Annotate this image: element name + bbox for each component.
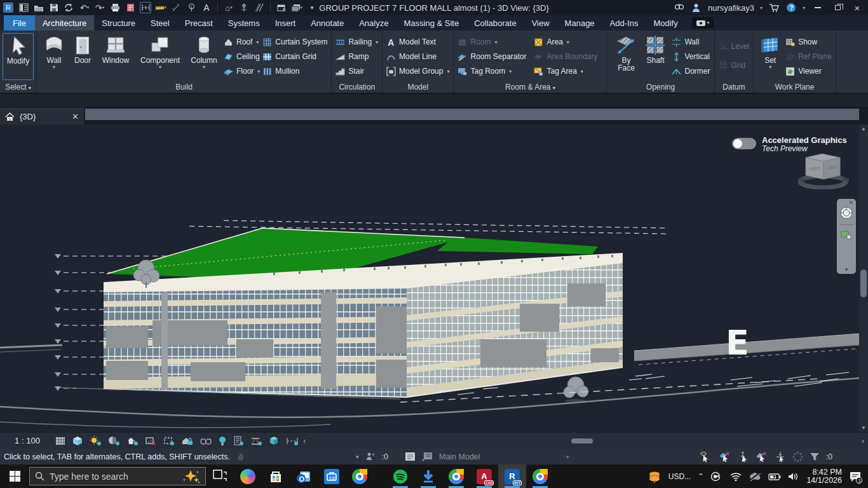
curtain-system-button[interactable]: Curtain System bbox=[262, 35, 327, 49]
open-icon[interactable] bbox=[33, 2, 44, 13]
modify-button[interactable]: Modify bbox=[3, 33, 34, 80]
accelerated-graphics-toggle[interactable] bbox=[732, 138, 756, 149]
navigation-bar[interactable]: ✕ ▾ bbox=[837, 199, 856, 274]
tag-room-button[interactable]: Tag Room▾ bbox=[458, 64, 531, 78]
select-links-icon[interactable] bbox=[700, 451, 712, 462]
column-button[interactable]: Column▾ bbox=[187, 33, 221, 80]
sync-icon[interactable] bbox=[64, 2, 75, 13]
locked-view-icon[interactable] bbox=[181, 435, 194, 447]
close-inactive-windows-icon[interactable] bbox=[276, 2, 287, 13]
tab-massing-site[interactable]: Massing & Site bbox=[396, 15, 466, 30]
clock[interactable]: 8:42 PM 14/1/2026 bbox=[806, 468, 842, 485]
horizontal-scrollbar-thumb[interactable] bbox=[571, 438, 593, 444]
reveal-constraints-icon[interactable] bbox=[285, 435, 299, 447]
door-button[interactable]: Door bbox=[70, 33, 95, 80]
visual-style-icon[interactable] bbox=[72, 435, 83, 447]
level-button[interactable]: 1Level bbox=[719, 39, 750, 53]
background-processes-icon[interactable] bbox=[792, 451, 803, 462]
dormer-button[interactable]: Dormer bbox=[672, 64, 710, 78]
minimize-button[interactable] bbox=[811, 2, 825, 13]
temporary-hide-isolate-icon[interactable] bbox=[200, 435, 212, 447]
tab-modify[interactable]: Modify bbox=[646, 15, 685, 30]
taskbar-search[interactable]: Type here to search bbox=[29, 467, 206, 485]
tab-steel[interactable]: Steel bbox=[143, 15, 177, 30]
viewcube[interactable]: LEFT LEFT bbox=[787, 146, 857, 189]
undo-icon[interactable]: ↶▾ bbox=[79, 2, 90, 13]
view-tab-3d[interactable]: {3D} ✕ bbox=[0, 108, 84, 125]
zoom-tool-icon[interactable] bbox=[840, 229, 853, 241]
worksets-icon[interactable] bbox=[365, 452, 376, 461]
tag-icon[interactable]: 1 bbox=[186, 2, 197, 13]
thin-lines-icon[interactable] bbox=[254, 2, 265, 13]
volume-icon[interactable] bbox=[788, 472, 799, 481]
mullion-button[interactable]: Mullion bbox=[262, 64, 327, 78]
active-model-label[interactable]: Main Model bbox=[439, 452, 560, 461]
properties-icon[interactable] bbox=[18, 2, 29, 13]
reveal-hidden-icon[interactable] bbox=[218, 435, 227, 447]
panel-label-select[interactable]: Select ▾ bbox=[0, 83, 36, 92]
tab-precast[interactable]: Precast bbox=[177, 15, 220, 30]
navbar-more-icon[interactable]: ▾ bbox=[845, 266, 848, 273]
tab-insert[interactable]: Insert bbox=[268, 15, 304, 30]
scroll-down-icon[interactable]: ▼ bbox=[859, 425, 868, 431]
panel-label-room-area[interactable]: Room & Area ▾ bbox=[454, 83, 606, 92]
close-button[interactable]: × bbox=[850, 2, 864, 13]
scrollbar-right-icon[interactable]: › bbox=[862, 436, 864, 445]
tab-structure[interactable]: Structure bbox=[94, 15, 143, 30]
tab-collaborate[interactable]: Collaborate bbox=[466, 15, 524, 30]
select-underlay-icon[interactable] bbox=[719, 451, 731, 462]
horizontal-scrollbar[interactable] bbox=[309, 437, 853, 445]
scrollbar-left-icon[interactable]: ‹ bbox=[303, 436, 306, 445]
select-by-face-icon[interactable] bbox=[756, 451, 768, 462]
detail-level-icon[interactable] bbox=[55, 435, 66, 447]
grid-button[interactable]: Grid bbox=[719, 58, 750, 72]
switch-windows-icon[interactable]: ▾ bbox=[291, 2, 302, 13]
print-icon[interactable] bbox=[109, 2, 121, 13]
curtain-grid-button[interactable]: Curtain Grid bbox=[262, 50, 327, 64]
sun-path-icon[interactable] bbox=[89, 435, 102, 447]
save-icon[interactable] bbox=[48, 2, 60, 13]
downloads-button[interactable] bbox=[414, 464, 442, 488]
tab-systems[interactable]: Systems bbox=[220, 15, 268, 30]
model-dropdown-chevron-icon[interactable]: ▾ bbox=[566, 454, 569, 460]
room-separator-button[interactable]: Room Separator bbox=[458, 50, 531, 64]
vertical-scrollbar[interactable]: ▲ ▼ bbox=[859, 125, 868, 432]
currency-widget-icon[interactable] bbox=[648, 470, 661, 484]
autocad-button[interactable]: ACAD bbox=[470, 464, 498, 488]
user-avatar-icon[interactable] bbox=[691, 2, 702, 13]
wifi-icon[interactable] bbox=[730, 472, 742, 481]
tab-add-ins[interactable]: Add-Ins bbox=[602, 15, 646, 30]
meet-now-icon[interactable] bbox=[710, 471, 723, 482]
help-menu-chevron-icon[interactable]: ▾ bbox=[803, 5, 805, 11]
help-icon[interactable]: ? bbox=[785, 2, 797, 13]
outlook-button[interactable]: O bbox=[290, 464, 318, 488]
measure-icon[interactable]: ▾ bbox=[155, 2, 166, 13]
tab-architecture[interactable]: Architecture bbox=[35, 15, 94, 30]
opening-by-face-button[interactable]: By Face bbox=[613, 33, 639, 80]
restore-button[interactable] bbox=[831, 2, 844, 13]
area-boundary-button[interactable]: Area Boundary bbox=[534, 50, 602, 64]
chrome-window-button[interactable] bbox=[442, 464, 470, 488]
currency-label[interactable]: USD... bbox=[668, 472, 691, 481]
hidden-icons-chevron[interactable]: ⌃ bbox=[698, 472, 703, 480]
editing-requests-icon[interactable] bbox=[405, 452, 416, 461]
scale-button[interactable]: 1 : 100 bbox=[9, 436, 46, 445]
model-group-button[interactable]: Model Group▾ bbox=[386, 64, 449, 78]
workplace-app-button[interactable]: EB bbox=[318, 464, 346, 488]
worksets-chevron-icon[interactable]: ▾ bbox=[356, 454, 359, 460]
area-button[interactable]: Area▾ bbox=[534, 35, 602, 49]
show-work-plane-button[interactable]: Show bbox=[785, 35, 832, 49]
chrome-button[interactable] bbox=[346, 464, 374, 488]
shaft-button[interactable]: Shaft bbox=[641, 33, 669, 80]
customize-qat-icon[interactable]: ▾ bbox=[306, 2, 318, 13]
aligned-dimension-icon[interactable] bbox=[140, 2, 151, 13]
navbar-close-icon[interactable]: ✕ bbox=[848, 200, 853, 206]
tab-manage[interactable]: Manage bbox=[557, 15, 602, 30]
shadows-icon[interactable] bbox=[107, 435, 120, 447]
battery-icon[interactable] bbox=[768, 473, 781, 480]
section-icon[interactable] bbox=[238, 2, 250, 13]
search-icon[interactable] bbox=[674, 2, 685, 13]
room-button[interactable]: Room▾ bbox=[458, 35, 531, 49]
crop-region-icon[interactable] bbox=[163, 435, 175, 447]
redo-icon[interactable]: ↷▾ bbox=[94, 2, 105, 13]
